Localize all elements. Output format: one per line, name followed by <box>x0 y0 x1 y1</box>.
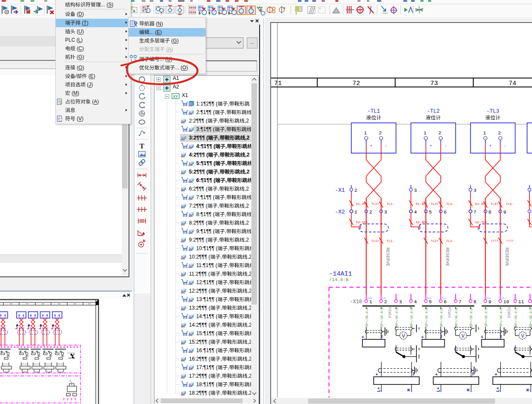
svg-text:17:¶1¶¶ (: 17:¶1¶¶ ( <box>196 364 217 370</box>
svg-text:(O): (O) <box>75 65 84 71</box>
svg-text:,: , <box>225 126 226 132</box>
svg-text:15:¶1¶¶ (: 15:¶1¶¶ ( <box>196 330 217 336</box>
svg-text:,: , <box>228 381 229 387</box>
svg-text:14:¶1¶¶ (: 14:¶1¶¶ ( <box>196 313 217 319</box>
svg-text:9: 9 <box>503 209 506 215</box>
svg-text:T: T <box>140 142 145 150</box>
svg-text:M: M <box>526 389 531 391</box>
svg-text:X2-4F5: X2-4F5 <box>416 221 428 224</box>
svg-text:,: , <box>228 347 229 353</box>
svg-text:,: , <box>218 169 220 175</box>
svg-text:,2: ,2 <box>245 220 249 226</box>
svg-text:,: , <box>220 254 222 260</box>
svg-text:72: 72 <box>352 80 360 87</box>
svg-text:-TL2: -TL2 <box>427 108 440 114</box>
svg-text:7: 7 <box>459 299 462 304</box>
svg-text:TL1+: TL1+ <box>372 202 380 206</box>
svg-text:RESERVE: RESERVE <box>445 248 450 266</box>
svg-text:,: , <box>225 194 226 200</box>
svg-text:,: , <box>226 143 227 149</box>
svg-text:,: , <box>220 288 222 294</box>
svg-text:,2: ,2 <box>245 203 249 209</box>
svg-text:4: 4 <box>414 299 417 304</box>
svg-text:9:2¶¶¶ (: 9:2¶¶¶ ( <box>189 237 207 243</box>
svg-text:-X1: -X1 <box>335 187 345 193</box>
svg-text:X1: X1 <box>182 92 188 98</box>
svg-text:8: 8 <box>489 209 492 215</box>
svg-text:,: , <box>225 228 226 234</box>
svg-text:-: - <box>504 144 506 148</box>
svg-text:,: , <box>217 186 219 192</box>
svg-text:(C): (C) <box>75 46 84 51</box>
svg-text:6:¶1¶¶ (: 6:¶1¶¶ ( <box>196 177 215 183</box>
svg-text:(E): (E) <box>87 73 95 79</box>
svg-text:2:¶1¶¶ (: 2:¶1¶¶ ( <box>196 109 215 115</box>
svg-text:-X2: -X2 <box>335 209 345 215</box>
svg-text:3:2¶¶¶ (: 3:2¶¶¶ ( <box>189 135 208 141</box>
svg-text:,: , <box>228 296 229 302</box>
svg-text:,: , <box>217 203 219 209</box>
svg-text:,2: ,2 <box>245 169 249 175</box>
svg-text:3: 3 <box>399 299 402 304</box>
svg-text:7:2¶¶¶ (: 7:2¶¶¶ ( <box>189 203 207 209</box>
svg-text:8:2¶¶¶ (: 8:2¶¶¶ ( <box>189 220 207 226</box>
svg-text:,: , <box>228 364 229 370</box>
svg-text:,: , <box>228 101 229 107</box>
svg-text:2: 2 <box>369 209 372 215</box>
svg-text:,2: ,2 <box>245 186 249 192</box>
svg-text:2: 2 <box>438 131 441 136</box>
svg-text:13:¶1¶¶ (: 13:¶1¶¶ ( <box>196 296 217 302</box>
svg-text:M: M <box>466 389 471 391</box>
svg-text:2P+/35.4:C: 2P+/35.4:C <box>514 307 518 327</box>
svg-text:,: , <box>218 152 220 158</box>
svg-text:12:2¶¶¶ (: 12:2¶¶¶ ( <box>189 288 210 294</box>
svg-text:2P+/35.4:B: 2P+/35.4:B <box>469 307 473 327</box>
svg-text:2P+/35.4:A: 2P+/35.4:A <box>410 307 413 327</box>
svg-text:+: + <box>429 144 432 148</box>
svg-text:M: M <box>407 389 412 391</box>
svg-text:TL2+: TL2+ <box>431 239 439 243</box>
svg-text:V: V <box>521 333 524 339</box>
svg-text:16:2¶¶¶ (: 16:2¶¶¶ ( <box>189 356 210 362</box>
svg-text:3: 3 <box>384 209 387 215</box>
svg-text:,: , <box>217 220 219 226</box>
svg-text:,: , <box>226 177 227 183</box>
svg-text:6: 6 <box>444 209 447 215</box>
svg-text:(V): (V) <box>75 116 83 122</box>
svg-text:2P+/35.4:B: 2P+/35.4:B <box>440 307 443 327</box>
svg-text:,: , <box>220 305 222 311</box>
svg-text:*: * <box>319 7 321 11</box>
svg-text:1: 1 <box>483 131 486 136</box>
svg-text:2:2¶¶¶ (: 2:2¶¶¶ ( <box>189 118 207 124</box>
svg-text:5:¶1¶¶ (: 5:¶1¶¶ ( <box>196 160 215 166</box>
svg-text:RESERVE: RESERVE <box>385 248 390 266</box>
svg-text:,: , <box>228 313 229 319</box>
svg-text:X2-1F5: X2-1F5 <box>356 221 368 224</box>
svg-text:1:1¶2¶¶ (: 1:1¶2¶¶ ( <box>196 101 217 107</box>
svg-text:PIW56: PIW56 <box>447 307 451 318</box>
svg-text:V: V <box>402 333 405 339</box>
svg-text:1: 1 <box>423 131 426 136</box>
svg-text:1: 1 <box>131 58 132 62</box>
svg-text:I1+: I1+ <box>442 297 446 300</box>
svg-text:2P+/35.4:B: 2P+/35.4:B <box>425 307 428 327</box>
svg-text:TL1-: TL1- <box>387 239 395 243</box>
svg-text:2P+/35.4:A: 2P+/35.4:A <box>380 307 383 327</box>
svg-text:,: , <box>218 135 220 141</box>
svg-text:,: , <box>220 322 222 328</box>
svg-text:PIW58: PIW58 <box>506 307 511 318</box>
svg-text:2P+/35.4:C: 2P+/35.4:C <box>484 307 488 327</box>
svg-text:(M): (M) <box>70 90 79 96</box>
svg-text:5: 5 <box>429 209 432 215</box>
svg-text:L+: L+ <box>496 387 501 392</box>
svg-text:2P+/35.4:A: 2P+/35.4:A <box>395 307 398 327</box>
svg-text:UV1: UV1 <box>427 297 432 300</box>
svg-text:,: , <box>220 390 222 396</box>
svg-text:,: , <box>217 237 219 243</box>
svg-text:15:2¶¶¶ (: 15:2¶¶¶ ( <box>189 339 210 345</box>
svg-text:8: 8 <box>474 299 477 304</box>
svg-text:,2: ,2 <box>245 135 249 141</box>
svg-text:2: 2 <box>134 58 136 62</box>
svg-text:1: 1 <box>355 209 358 215</box>
svg-text:73: 73 <box>430 80 438 87</box>
